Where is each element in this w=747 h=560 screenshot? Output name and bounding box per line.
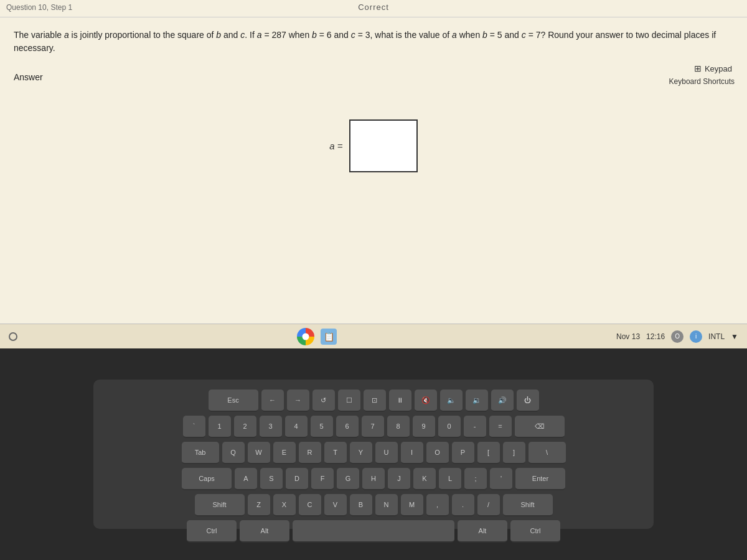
kb-key-backtick[interactable]: ` bbox=[183, 416, 205, 438]
keyboard-shortcuts-label: Keyboard Shortcuts bbox=[669, 77, 735, 86]
kb-key-shift-left[interactable]: Shift bbox=[195, 494, 245, 516]
kb-key-equals[interactable]: = bbox=[489, 416, 512, 438]
taskbar-status-icon-2[interactable]: i bbox=[690, 330, 702, 343]
taskbar-time: 12:16 bbox=[646, 332, 665, 341]
answer-section: Answer a = bbox=[0, 63, 747, 179]
kb-key-alt-left[interactable]: Alt bbox=[240, 520, 289, 543]
kb-key-comma[interactable]: , bbox=[426, 494, 449, 516]
keypad-icon: ⊞ bbox=[694, 63, 702, 73]
kb-key-f[interactable]: F bbox=[311, 468, 334, 490]
answer-input[interactable] bbox=[349, 119, 418, 172]
kb-key-f9[interactable]: 🔉 bbox=[466, 390, 488, 412]
kb-key-o[interactable]: O bbox=[426, 442, 449, 464]
kb-key-t[interactable]: T bbox=[324, 442, 347, 464]
kb-key-shift-right[interactable]: Shift bbox=[503, 494, 553, 516]
kb-key-f4[interactable]: ☐ bbox=[338, 390, 360, 412]
kb-key-minus[interactable]: - bbox=[464, 416, 486, 438]
kb-key-enter[interactable]: Enter bbox=[515, 468, 565, 490]
kb-row-qwerty: Tab Q W E R T Y U I O P [ ] \ bbox=[103, 442, 644, 464]
taskbar-left bbox=[9, 332, 17, 341]
taskbar-center: 📋 bbox=[297, 328, 337, 345]
kb-key-alt-right[interactable]: Alt bbox=[458, 520, 507, 543]
kb-key-power[interactable]: ⏻ bbox=[517, 390, 539, 412]
kb-key-h[interactable]: H bbox=[362, 468, 385, 490]
kb-key-p[interactable]: P bbox=[452, 442, 474, 464]
kb-key-k[interactable]: K bbox=[413, 468, 436, 490]
kb-key-5[interactable]: 5 bbox=[311, 416, 333, 438]
kb-key-q[interactable]: Q bbox=[222, 442, 245, 464]
kb-key-1[interactable]: 1 bbox=[209, 416, 231, 438]
kb-key-b[interactable]: B bbox=[350, 494, 372, 516]
kb-key-f8[interactable]: 🔈 bbox=[440, 390, 463, 412]
kb-key-c[interactable]: C bbox=[299, 494, 321, 516]
answer-label: Answer bbox=[14, 72, 733, 82]
kb-key-s[interactable]: S bbox=[260, 468, 283, 490]
kb-key-backslash[interactable]: \ bbox=[529, 442, 566, 464]
kb-row-fn: Esc ← → ↺ ☐ ⊡ ⏸ 🔇 🔈 🔉 🔊 ⏻ bbox=[103, 390, 644, 412]
kb-key-y[interactable]: Y bbox=[350, 442, 372, 464]
kb-key-space[interactable] bbox=[293, 520, 454, 543]
kb-key-6[interactable]: 6 bbox=[336, 416, 359, 438]
kb-key-r[interactable]: R bbox=[299, 442, 321, 464]
taskbar-dropdown-icon: ▼ bbox=[731, 332, 738, 341]
kb-key-a[interactable]: A bbox=[235, 468, 257, 490]
kb-key-w[interactable]: W bbox=[248, 442, 270, 464]
kb-key-f5[interactable]: ⊡ bbox=[364, 390, 386, 412]
kb-key-9[interactable]: 9 bbox=[413, 416, 435, 438]
kb-key-z[interactable]: Z bbox=[248, 494, 270, 516]
kb-key-m[interactable]: M bbox=[401, 494, 423, 516]
kb-key-f6[interactable]: ⏸ bbox=[389, 390, 411, 412]
kb-key-4[interactable]: 4 bbox=[285, 416, 308, 438]
kb-key-ctrl-left[interactable]: Ctrl bbox=[187, 520, 237, 543]
kb-key-bracket-open[interactable]: [ bbox=[477, 442, 500, 464]
kb-row-shift: Shift Z X C V B N M , . / Shift bbox=[103, 494, 644, 516]
kb-key-n[interactable]: N bbox=[375, 494, 398, 516]
kb-key-l[interactable]: L bbox=[439, 468, 461, 490]
keypad-label: Keypad bbox=[705, 64, 732, 73]
question-label: Question 10, Step 1 bbox=[6, 3, 72, 12]
kb-key-f3[interactable]: ↺ bbox=[312, 390, 335, 412]
kb-row-numbers: ` 1 2 3 4 5 6 7 8 9 0 - = ⌫ bbox=[103, 416, 644, 438]
kb-key-0[interactable]: 0 bbox=[438, 416, 461, 438]
kb-key-semicolon[interactable]: ; bbox=[464, 468, 487, 490]
kb-key-slash[interactable]: / bbox=[477, 494, 500, 516]
kb-key-i[interactable]: I bbox=[401, 442, 423, 464]
kb-key-tab[interactable]: Tab bbox=[182, 442, 219, 464]
kb-key-2[interactable]: 2 bbox=[234, 416, 256, 438]
kb-row-bottom: Ctrl Alt Alt Ctrl bbox=[103, 520, 644, 543]
kb-key-7[interactable]: 7 bbox=[362, 416, 384, 438]
keypad-button[interactable]: ⊞ Keypad bbox=[692, 62, 735, 75]
kb-key-period[interactable]: . bbox=[452, 494, 474, 516]
kb-key-u[interactable]: U bbox=[375, 442, 398, 464]
radio-button[interactable] bbox=[9, 332, 17, 341]
kb-key-j[interactable]: J bbox=[388, 468, 410, 490]
kb-key-quote[interactable]: ' bbox=[490, 468, 512, 490]
taskbar-language: INTL bbox=[708, 332, 725, 341]
kb-key-8[interactable]: 8 bbox=[387, 416, 410, 438]
kb-key-esc[interactable]: Esc bbox=[209, 390, 258, 412]
keypad-area: ⊞ Keypad Keyboard Shortcuts bbox=[669, 62, 735, 86]
kb-key-f2[interactable]: → bbox=[287, 390, 309, 412]
taskbar-status-icon-1[interactable]: O bbox=[671, 330, 684, 343]
kb-key-x[interactable]: X bbox=[273, 494, 296, 516]
kb-key-v[interactable]: V bbox=[324, 494, 347, 516]
kb-key-f1[interactable]: ← bbox=[261, 390, 284, 412]
keyboard-shortcuts-button[interactable]: Keyboard Shortcuts bbox=[669, 77, 735, 86]
kb-key-ctrl-right[interactable]: Ctrl bbox=[510, 520, 560, 543]
kb-row-home: Caps A S D F G H J K L ; ' Enter bbox=[103, 468, 644, 490]
kb-key-backspace[interactable]: ⌫ bbox=[515, 416, 565, 438]
kb-key-bracket-close[interactable]: ] bbox=[503, 442, 525, 464]
kb-key-d[interactable]: D bbox=[286, 468, 308, 490]
correct-label: Correct bbox=[358, 2, 389, 12]
keyboard-visual: Esc ← → ↺ ☐ ⊡ ⏸ 🔇 🔈 🔉 🔊 ⏻ ` 1 2 3 4 5 6 … bbox=[93, 380, 654, 529]
kb-key-caps[interactable]: Caps bbox=[182, 468, 232, 490]
kb-key-3[interactable]: 3 bbox=[260, 416, 282, 438]
taskbar-app-icon[interactable]: 📋 bbox=[321, 329, 337, 345]
chrome-icon[interactable] bbox=[297, 328, 314, 345]
kb-key-f7[interactable]: 🔇 bbox=[415, 390, 437, 412]
kb-key-g[interactable]: G bbox=[337, 468, 359, 490]
question-area: The variable a is jointly proportional t… bbox=[0, 17, 747, 63]
a-equals-label: a = bbox=[329, 141, 342, 151]
kb-key-e[interactable]: E bbox=[273, 442, 296, 464]
kb-key-f10[interactable]: 🔊 bbox=[491, 390, 514, 412]
